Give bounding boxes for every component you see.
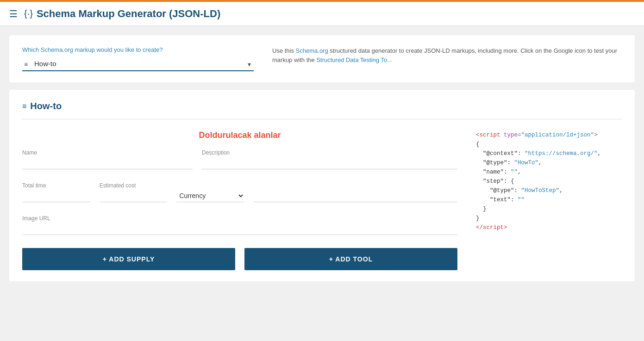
schema-selector-section: Which Schema.org markup would you like t…	[22, 46, 622, 71]
script-type-val: "application/ld+json"	[521, 132, 594, 138]
step-text-value: ""	[518, 197, 525, 203]
schema-type-select[interactable]: How-to Article FAQ Product Event Recipe	[22, 57, 254, 70]
image-url-input[interactable]	[22, 223, 457, 235]
form-column: Doldurulacak alanlar Name Description	[22, 130, 476, 270]
fields-header: Doldurulacak alanlar	[22, 130, 457, 140]
logo-icon: {·}	[24, 8, 33, 19]
add-supply-button[interactable]: + ADD SUPPLY	[22, 248, 235, 270]
step-close: }	[483, 206, 487, 212]
step-type-key: "@type":	[490, 187, 521, 194]
menu-icon[interactable]: ☰	[9, 8, 18, 19]
name-key: "name":	[483, 169, 511, 175]
image-url-field-group: Image URL	[22, 215, 457, 235]
app-title: Schema Markup Generator (JSON-LD)	[37, 8, 220, 20]
script-close-tag: </script>	[476, 224, 507, 231]
script-close-bracket: >	[594, 132, 598, 138]
description-middle: structured data generator to create JSON…	[328, 47, 502, 54]
context-key: "@context":	[483, 150, 525, 157]
step-text-key: "text":	[490, 197, 518, 203]
total-time-input[interactable]	[22, 191, 90, 202]
script-open-tag: <script	[476, 132, 504, 138]
name-description-row: Name Description	[22, 149, 457, 169]
description-field-group: Description	[202, 149, 457, 169]
step-type-value: "HowToStep"	[521, 187, 560, 194]
code-brace-close: }	[476, 215, 480, 222]
name-field-group: Name	[22, 149, 193, 169]
name-input[interactable]	[22, 158, 193, 169]
main-content: Which Schema.org markup would you like t…	[0, 26, 644, 298]
name-value: ""	[511, 169, 518, 175]
estimated-cost-field-group: Estimated cost	[100, 182, 168, 202]
script-type-attr: type=	[504, 132, 521, 138]
step-key: "step": {	[483, 178, 514, 185]
extra-input[interactable]	[254, 191, 457, 202]
add-tool-button[interactable]: + ADD TOOL	[244, 248, 457, 270]
section-title: How-to	[30, 101, 62, 112]
name-label: Name	[22, 149, 193, 156]
header: ☰ {·} Schema Markup Generator (JSON-LD)	[0, 0, 644, 26]
two-column-layout: Doldurulacak alanlar Name Description	[22, 130, 622, 270]
code-brace-open: {	[476, 141, 480, 148]
estimated-cost-label: Estimated cost	[100, 182, 168, 189]
total-time-field-group: Total time	[22, 182, 90, 202]
currency-select[interactable]: Currency USD EUR GBP TRY	[176, 190, 244, 202]
description-prefix: Use this	[272, 47, 296, 54]
schema-selector-card: Which Schema.org markup would you like t…	[9, 35, 635, 82]
type-value: "HowTo"	[514, 160, 539, 166]
schema-selector-description: Use this Schema.org structured data gene…	[272, 46, 622, 64]
currency-field-group: Currency USD EUR GBP TRY	[176, 188, 244, 202]
time-cost-currency-row: Total time Estimated cost Currency USD E…	[22, 182, 457, 202]
schema-selector-label: Which Schema.org markup would you like t…	[22, 46, 254, 53]
description-input[interactable]	[202, 158, 457, 169]
description-label: Description	[202, 149, 457, 156]
schema-selector-left: Which Schema.org markup would you like t…	[22, 46, 254, 71]
schema-org-link[interactable]: Schema.org	[296, 47, 328, 54]
testing-tool-link[interactable]: Structured Data Testing To...	[316, 56, 392, 63]
extra-field-group	[254, 182, 457, 202]
type-key: "@type":	[483, 160, 514, 166]
list-icon: ≡	[24, 61, 28, 68]
code-output: <script type="application/ld+json"> { "@…	[476, 130, 622, 232]
context-value: "https://schema.org/"	[525, 150, 598, 157]
estimated-cost-input[interactable]	[100, 191, 168, 202]
image-url-label: Image URL	[22, 215, 457, 222]
section-header: ≡ How-to	[22, 101, 622, 119]
code-column: <script type="application/ld+json"> { "@…	[476, 130, 622, 270]
howto-card: ≡ How-to Doldurulacak alanlar Name Descr…	[9, 90, 635, 281]
image-url-row: Image URL	[22, 215, 457, 235]
section-list-icon: ≡	[22, 102, 26, 111]
total-time-label: Total time	[22, 182, 90, 189]
schema-select-wrapper: ≡ How-to Article FAQ Product Event Recip…	[22, 57, 254, 71]
action-button-row: + ADD SUPPLY + ADD TOOL	[22, 248, 457, 270]
